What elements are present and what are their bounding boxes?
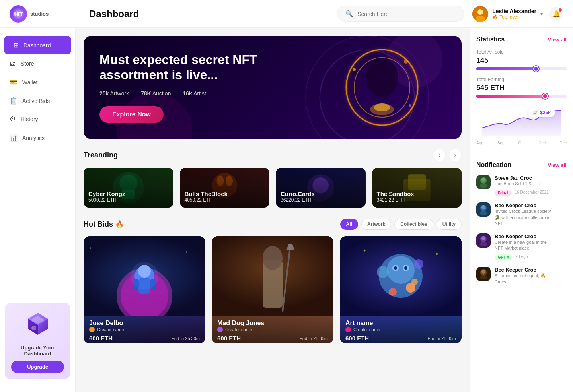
bid-price: 600 ETH	[217, 335, 241, 342]
next-arrow-button[interactable]: ›	[449, 149, 462, 161]
notification-view-all-button[interactable]: View all	[548, 162, 567, 168]
user-name: Leslie Alexander	[492, 8, 536, 14]
upgrade-cube-illustration	[22, 309, 54, 341]
search-input[interactable]	[357, 11, 456, 17]
notif-content: Bee Keeper Croc Create in a new goal in …	[495, 233, 555, 261]
svg-point-23	[374, 103, 390, 111]
bid-card-footer: 600 ETH End In 2h 30m	[89, 335, 200, 342]
notif-more-button[interactable]: ⋮	[559, 202, 567, 211]
sidebar-item-history[interactable]: ⏱ History	[0, 110, 75, 128]
svg-point-79	[481, 205, 485, 209]
filter-tab-utility[interactable]: Utility	[437, 219, 462, 230]
sidebar-item-analytics[interactable]: 📊 Analytics	[0, 128, 75, 147]
search-bar[interactable]: 🔍	[337, 6, 464, 22]
svg-point-48	[198, 260, 199, 260]
notif-tag: GFT-#	[495, 254, 512, 260]
svg-point-49	[106, 268, 107, 268]
stat-label: Total Art sold	[476, 49, 567, 55]
svg-point-65	[389, 288, 397, 296]
svg-point-10	[31, 326, 36, 330]
sidebar-item-active-bids[interactable]: 📋 Active Bids	[0, 91, 75, 110]
stat-bar-dot	[542, 93, 548, 99]
sidebar-item-label: Store	[21, 60, 34, 67]
svg-rect-80	[480, 211, 487, 215]
active-bids-icon: 📋	[10, 97, 18, 105]
svg-point-83	[481, 236, 485, 240]
notif-text: Invited Crocs League society 🐊 with a un…	[495, 208, 555, 227]
stat-total-art-sold: Total Art sold 145	[476, 49, 567, 70]
stat-value: 545 ETH	[476, 84, 567, 92]
notif-name: Bee Keeper Croc	[495, 202, 555, 208]
notif-avatar	[476, 233, 491, 248]
filter-tab-all[interactable]: All	[340, 219, 358, 230]
bid-price: 600 ETH	[345, 335, 369, 342]
chevron-down-icon: ▾	[540, 11, 543, 17]
notif-avatar	[476, 202, 491, 217]
notification-item: Bee Keeper Croc Invited Crocs League soc…	[476, 202, 567, 227]
stat-artist: 16k Artist	[183, 90, 206, 97]
svg-text:/NFT: /NFT	[14, 12, 23, 16]
notification-button[interactable]: 🔔	[549, 7, 563, 21]
notif-more-button[interactable]: ⋮	[559, 175, 567, 184]
avatar	[472, 6, 488, 22]
sidebar-item-store[interactable]: 🗂 Store	[0, 54, 75, 73]
user-details: Leslie Alexander 🔥 Top level	[492, 8, 536, 20]
store-icon: 🗂	[10, 60, 16, 67]
trending-title: Treanding	[84, 151, 118, 159]
bid-card-jose-delbo[interactable]: Jose Delbo Creator name 600 ETH End In 2…	[84, 236, 205, 343]
svg-point-21	[404, 60, 408, 64]
trending-card-bulls-theblock[interactable]: Bulls TheBlock 4050.22 ETH	[180, 168, 270, 208]
stat-label: Total Earning	[476, 77, 567, 82]
notif-time: 2d Ago	[515, 254, 528, 259]
user-info: Leslie Alexander 🔥 Top level ▾	[472, 6, 543, 22]
trending-card-curio-cards[interactable]: Curio.Cards 36220.22 ETH	[276, 168, 366, 208]
bid-card-art-name[interactable]: ✦ ✦ Art name Creator name 600 ETH End In…	[340, 236, 462, 343]
trending-card-title: Curio.Cards	[281, 190, 361, 197]
trending-nav: ‹ ›	[433, 149, 462, 161]
filter-tab-artwork[interactable]: Artwork	[361, 219, 391, 230]
user-level: 🔥 Top level	[492, 14, 536, 20]
sidebar-item-dashboard[interactable]: ⊞ Dashboard	[4, 36, 71, 54]
trending-card-overlay: Bulls TheBlock 4050.22 ETH	[180, 168, 270, 208]
svg-point-75	[481, 178, 485, 182]
notif-more-button[interactable]: ⋮	[559, 233, 567, 242]
trending-card-cyber-kongz[interactable]: Cyber Kongz 5000.22 ETH	[84, 168, 173, 208]
bid-card-mad-dog-jones[interactable]: Mad Dog Jones Creator name 600 ETH End I…	[212, 236, 333, 343]
notif-text: All crocs are not equal, 🔥 Crocs...	[495, 273, 555, 285]
svg-rect-88	[480, 276, 487, 279]
main-layout: ⊞ Dashboard 🗂 Store 💳 Wallet 📋 Active Bi…	[0, 28, 573, 392]
prev-arrow-button[interactable]: ‹	[433, 149, 446, 161]
stat-value: 145	[476, 56, 567, 65]
trending-section-header: Treanding ‹ ›	[84, 149, 462, 161]
trending-card-the-sandbox[interactable]: The Sandbox 3421.22 ETH	[372, 168, 462, 208]
history-icon: ⏱	[10, 116, 16, 123]
trending-card-title: Cyber Kongz	[88, 190, 169, 197]
svg-point-47	[90, 248, 92, 249]
notif-more-button[interactable]: ⋮	[559, 267, 567, 276]
trending-card-price: 5000.22 ETH	[88, 197, 169, 203]
statistics-view-all-button[interactable]: View all	[548, 37, 567, 43]
notif-text: Has Been Sold 120 ETH	[495, 181, 555, 187]
sidebar-item-wallet[interactable]: 💳 Wallet	[0, 73, 75, 91]
filter-tab-collectibles[interactable]: Collectibles	[394, 219, 433, 230]
upgrade-card: Upgrade Your Dashboard Upgrade	[5, 303, 70, 379]
svg-point-20	[409, 104, 411, 107]
notif-avatar	[476, 175, 491, 189]
page-title: Dashboard	[89, 8, 337, 19]
chart-label: 📈 $25k	[528, 108, 555, 117]
sidebar-item-label: History	[21, 116, 38, 122]
notif-avatar	[476, 267, 491, 281]
bid-card-name: Jose Delbo	[89, 320, 200, 327]
explore-now-button[interactable]: Explore Now	[99, 106, 164, 123]
hero-image	[322, 36, 442, 139]
bid-timer: End In 2h 30m	[299, 336, 328, 341]
bid-card-creator: Creator name	[89, 327, 200, 332]
upgrade-button[interactable]: Upgrade	[11, 361, 64, 373]
hero-stats: 25k Artwork 78K Auction 16k Artist	[99, 90, 206, 97]
stat-total-earning: Total Earning 545 ETH	[476, 77, 567, 98]
svg-point-87	[481, 270, 485, 274]
notif-name: Steve Jau Croc	[495, 175, 555, 181]
bid-card-footer: 600 ETH End In 2h 30m	[217, 335, 328, 342]
notification-title: Notification	[476, 161, 511, 169]
bids-grid: Jose Delbo Creator name 600 ETH End In 2…	[84, 236, 462, 343]
